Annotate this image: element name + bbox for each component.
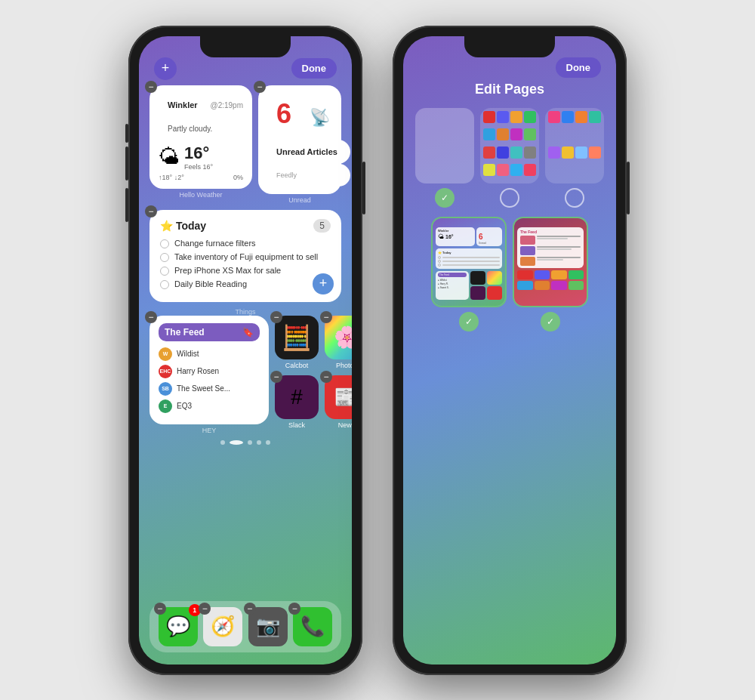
app-icons-area: − 🧮 Calcbot −: [275, 316, 352, 434]
dot-2: [230, 440, 243, 445]
phone-remove-button[interactable]: −: [288, 603, 300, 615]
feed-avatar-2: EHC: [159, 365, 172, 378]
safari-dock-icon[interactable]: 🧭: [203, 607, 242, 646]
bookmark-icon: 🔖: [242, 327, 254, 338]
todo-circle-2: [160, 253, 169, 262]
phone-1: + Done − Winkler @2:19pm Par: [128, 26, 362, 675]
mini-app-6: [497, 128, 509, 140]
phone-1-topbar: + Done: [139, 57, 352, 80]
todo-circle-1: [160, 239, 169, 248]
todo-circle-3: [160, 267, 169, 276]
edit-pages-title: Edit Pages: [403, 82, 616, 97]
page-check-2: [500, 188, 519, 208]
page-thumb-1[interactable]: ✓: [415, 108, 474, 208]
calcbot-icon: 🧮: [275, 316, 319, 359]
add-widget-button[interactable]: +: [154, 57, 177, 80]
dock-camera-wrap: − 📷: [248, 607, 288, 646]
todo-item-4: Daily Bible Reading: [160, 279, 331, 289]
things-remove-button[interactable]: −: [145, 205, 157, 217]
page-check-4: ✓: [459, 312, 479, 331]
messages-remove-button[interactable]: −: [154, 603, 166, 615]
calcbot-icon-wrap[interactable]: 🧮 Calcbot: [275, 316, 319, 369]
calcbot-emoji: 🧮: [282, 323, 312, 352]
page-check-3: [565, 188, 584, 208]
mini-app-18: [562, 111, 574, 123]
mini-app-22: [562, 146, 574, 159]
mini-app-14: [497, 164, 509, 176]
app-row-top: − 🧮 Calcbot −: [275, 316, 352, 369]
feed-item-3: SB The Sweet Se...: [159, 382, 260, 396]
phone-dock-icon[interactable]: 📞: [293, 607, 332, 646]
safari-remove-button[interactable]: −: [199, 603, 211, 615]
todo-item-1: Change furnace filters: [160, 239, 331, 248]
slack-emoji: #: [291, 385, 303, 409]
mini-app-20: [589, 111, 601, 123]
mini-app-15: [510, 164, 522, 176]
phone-1-screen: + Done − Winkler @2:19pm Par: [139, 36, 352, 665]
photos-wrap: − 🌸 Photos: [325, 316, 352, 369]
weather-widget-label: Hello Weather: [149, 191, 252, 199]
unread-widget[interactable]: 6 📡 Unread Articles Feedly: [258, 85, 341, 194]
unread-count: 6: [267, 93, 300, 135]
things-widget[interactable]: ⭐ Today 5 Change furnace filters Take in…: [149, 210, 341, 302]
calcbot-wrap: − 🧮 Calcbot: [275, 316, 319, 369]
page-check-5: ✓: [541, 312, 560, 331]
page-thumb-5[interactable]: The Feed: [513, 217, 588, 331]
mini-app-17: [548, 111, 560, 123]
dot-1: [220, 440, 225, 445]
calcbot-remove-button[interactable]: −: [270, 311, 282, 323]
unread-remove-button[interactable]: −: [254, 81, 266, 93]
mini-app-4: [524, 111, 536, 123]
done-button-phone1[interactable]: Done: [291, 58, 337, 79]
page-screenshot-1: Winkler 🌤 16° 6 Unread: [431, 217, 507, 307]
mini-app-9: [483, 146, 495, 159]
todo-text-4: Daily Bible Reading: [174, 279, 247, 288]
news-remove-button[interactable]: −: [320, 371, 332, 383]
done-button-phone2[interactable]: Done: [556, 57, 602, 78]
weather-remove-button[interactable]: −: [145, 81, 157, 93]
widget-row-1: − Winkler @2:19pm Partly cloudy. 🌤 16°: [149, 85, 341, 204]
mini-app-1: [483, 111, 495, 123]
screenshot-2-inner: The Feed: [514, 218, 587, 306]
todo-text-1: Change furnace filters: [174, 239, 256, 248]
phone-2: Done Edit Pages ✓: [393, 26, 627, 675]
mini-app-5: [483, 128, 495, 140]
widgets-area: − Winkler @2:19pm Partly cloudy. 🌤 16°: [149, 85, 341, 451]
mini-app-10: [497, 146, 509, 159]
photos-icon-wrap[interactable]: 🌸 Photos: [325, 316, 352, 369]
dock: − 💬 1 − 🧭 − 📷 − 📞: [149, 601, 341, 652]
slack-wrap: − # Slack: [275, 375, 319, 429]
camera-remove-button[interactable]: −: [244, 603, 256, 615]
page-dots: [149, 440, 341, 445]
feed-item-4: E EQ3: [159, 399, 260, 413]
feed-header: The Feed 🔖: [159, 323, 260, 341]
page-thumb-3[interactable]: [545, 108, 604, 208]
photos-label: Photos: [336, 362, 352, 369]
photos-emoji: 🌸: [334, 325, 353, 350]
feed-name-2: Harry Rosen: [177, 367, 219, 375]
notch: [200, 36, 291, 57]
feed-item-1: W Wildist: [159, 347, 260, 361]
todo-text-2: Take inventory of Fuji equipment to sell: [174, 252, 318, 261]
feed-avatar-4: E: [159, 399, 172, 413]
page-thumb-4[interactable]: Winkler 🌤 16° 6 Unread: [431, 217, 507, 331]
dot-3: [248, 440, 252, 445]
things-header: ⭐ Today 5: [160, 219, 331, 233]
page-thumb-2[interactable]: [480, 108, 539, 208]
todo-text-3: Prep iPhone XS Max for sale: [174, 266, 281, 275]
things-add-button[interactable]: +: [313, 273, 334, 294]
weather-high-low: ↑18° ↓2°: [159, 174, 184, 181]
weather-widget[interactable]: Winkler @2:19pm Partly cloudy. 🌤 16° Fee…: [149, 85, 252, 189]
feed-remove-button[interactable]: −: [145, 311, 157, 323]
mini-app-13: [483, 164, 495, 176]
phone-2-screen: Done Edit Pages ✓: [403, 36, 616, 665]
mini-app-21: [548, 146, 560, 159]
weather-time: @2:19pm: [210, 101, 243, 109]
things-count: 5: [313, 219, 331, 233]
news-icon-wrap[interactable]: 📰 News: [325, 375, 352, 429]
slack-icon-wrap[interactable]: # Slack: [275, 375, 319, 429]
photos-remove-button[interactable]: −: [320, 311, 332, 323]
feed-widget[interactable]: The Feed 🔖 W Wildist EHC Harry Rosen: [149, 316, 269, 424]
slack-remove-button[interactable]: −: [270, 371, 282, 383]
app-row-bottom: − # Slack −: [275, 375, 352, 429]
